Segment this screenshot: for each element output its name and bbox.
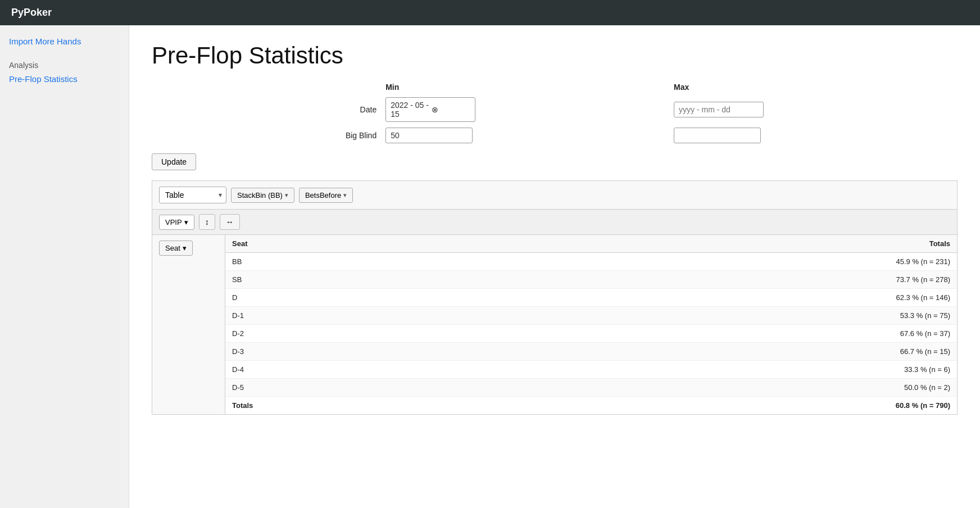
table-row: D-5 50.0 % (n = 2) bbox=[225, 379, 957, 397]
cell-totals: 60.8 % (n = 790) bbox=[471, 397, 957, 415]
table-row: Totals 60.8 % (n = 790) bbox=[225, 397, 957, 415]
date-min-input-wrapper: 2022 - 05 - 15 ⊗ bbox=[385, 97, 475, 122]
cell-totals: 33.3 % (n = 6) bbox=[471, 361, 957, 379]
cell-totals: 50.0 % (n = 2) bbox=[471, 379, 957, 397]
col-header-totals: Totals bbox=[471, 235, 957, 253]
main-content: Pre-Flop Statistics Min Max Date 2022 - … bbox=[129, 25, 980, 508]
vpip-label: VPIP bbox=[165, 218, 182, 226]
big-blind-label: Big Blind bbox=[152, 131, 381, 140]
cell-totals: 73.7 % (n = 278) bbox=[471, 271, 957, 289]
cell-totals: 45.9 % (n = 231) bbox=[471, 253, 957, 271]
cell-totals: 66.7 % (n = 15) bbox=[471, 343, 957, 361]
col-header-seat: Seat bbox=[225, 235, 471, 253]
cell-seat: D-1 bbox=[225, 307, 471, 325]
cell-seat: D bbox=[225, 289, 471, 307]
cell-totals: 53.3 % (n = 75) bbox=[471, 307, 957, 325]
date-label: Date bbox=[152, 105, 381, 114]
table-row: D-2 67.6 % (n = 37) bbox=[225, 325, 957, 343]
sidebar-item-import[interactable]: Import More Hands bbox=[9, 37, 120, 46]
cell-seat: D-3 bbox=[225, 343, 471, 361]
table-dropdown-wrapper: Table bbox=[159, 187, 226, 203]
table-row: BB 45.9 % (n = 231) bbox=[225, 253, 957, 271]
sidebar-item-analysis: Analysis bbox=[9, 61, 120, 70]
stackbin-arrow-icon: ▾ bbox=[285, 192, 288, 199]
app-title: PyPoker bbox=[11, 7, 52, 18]
sidebar: Import More Hands Analysis Pre-Flop Stat… bbox=[0, 25, 129, 508]
table-row: D-4 33.3 % (n = 6) bbox=[225, 361, 957, 379]
cell-seat: D-4 bbox=[225, 361, 471, 379]
betsbefore-arrow-icon: ▾ bbox=[343, 192, 347, 199]
betsbefore-label: BetsBefore bbox=[305, 191, 341, 199]
sort-horizontal-button[interactable]: ↔ bbox=[220, 214, 240, 230]
sidebar-item-preflop[interactable]: Pre-Flop Statistics bbox=[9, 74, 120, 84]
min-header: Min bbox=[385, 83, 669, 92]
page-title: Pre-Flop Statistics bbox=[152, 42, 958, 69]
seat-dropdown[interactable]: Seat ▾ bbox=[159, 241, 193, 256]
stats-table-container: Seat Totals BB 45.9 % (n = 231) SB 73.7 … bbox=[225, 235, 957, 414]
seat-arrow-icon: ▾ bbox=[183, 244, 187, 252]
vpip-arrow-icon: ▾ bbox=[184, 218, 188, 226]
data-table-area: Seat ▾ Seat Totals BB 45.9 % (n = 231) bbox=[152, 234, 958, 415]
dropdowns-row: Table StackBin (BB) ▾ BetsBefore ▾ bbox=[152, 180, 958, 209]
cell-totals: 67.6 % (n = 37) bbox=[471, 325, 957, 343]
cell-seat: D-5 bbox=[225, 379, 471, 397]
seat-column: Seat ▾ bbox=[152, 235, 225, 414]
stackbin-dropdown[interactable]: StackBin (BB) ▾ bbox=[231, 188, 294, 203]
cell-totals: 62.3 % (n = 146) bbox=[471, 289, 957, 307]
table-row: D 62.3 % (n = 146) bbox=[225, 289, 957, 307]
stats-table: Seat Totals BB 45.9 % (n = 231) SB 73.7 … bbox=[225, 235, 957, 414]
date-min-value: 2022 - 05 - 15 bbox=[391, 101, 429, 119]
filter-grid: Min Max Date 2022 - 05 - 15 ⊗ Big Blind bbox=[152, 83, 958, 143]
app-title-bar: PyPoker bbox=[0, 0, 980, 25]
table-row: D-3 66.7 % (n = 15) bbox=[225, 343, 957, 361]
vpip-dropdown[interactable]: VPIP ▾ bbox=[159, 215, 194, 230]
table-row: D-1 53.3 % (n = 75) bbox=[225, 307, 957, 325]
update-button[interactable]: Update bbox=[152, 153, 196, 170]
max-header: Max bbox=[674, 83, 958, 92]
cell-seat: SB bbox=[225, 271, 471, 289]
date-max-input[interactable] bbox=[674, 102, 764, 117]
cell-seat: Totals bbox=[225, 397, 471, 415]
cell-seat: D-2 bbox=[225, 325, 471, 343]
table-dropdown[interactable]: Table bbox=[159, 187, 226, 203]
big-blind-min-input[interactable] bbox=[385, 128, 473, 143]
seat-label: Seat bbox=[165, 244, 180, 252]
stackbin-label: StackBin (BB) bbox=[237, 191, 283, 199]
sort-vertical-button[interactable]: ↕ bbox=[199, 214, 215, 230]
vpip-row: VPIP ▾ ↕ ↔ bbox=[152, 209, 958, 234]
betsbefore-dropdown[interactable]: BetsBefore ▾ bbox=[299, 188, 353, 203]
date-clear-icon[interactable]: ⊗ bbox=[432, 105, 470, 114]
table-row: SB 73.7 % (n = 278) bbox=[225, 271, 957, 289]
big-blind-max-input[interactable] bbox=[674, 128, 761, 143]
cell-seat: BB bbox=[225, 253, 471, 271]
